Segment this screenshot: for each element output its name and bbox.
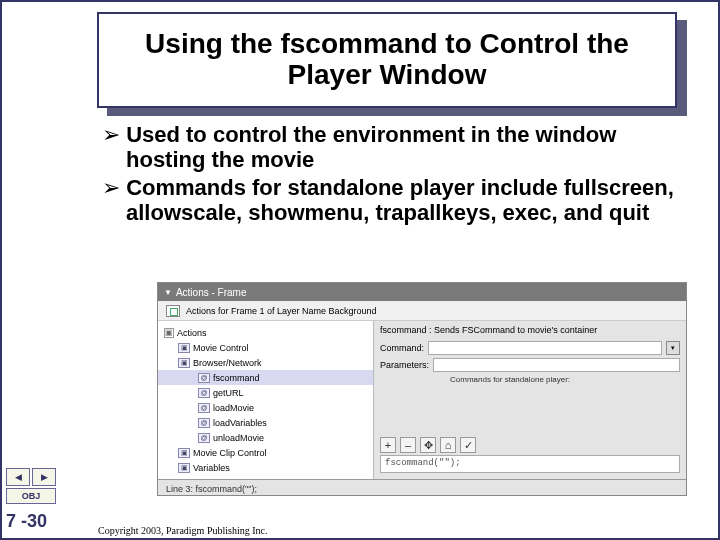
tree-row[interactable]: ▣Movie Control [158, 340, 373, 355]
title-box: Using the fscommand to Control the Playe… [97, 12, 677, 108]
bullet-item: Commands for standalone player include f… [102, 175, 682, 226]
panel-title: Actions - Frame [176, 287, 247, 298]
params-input[interactable] [433, 358, 680, 372]
panel-statusbar: Line 3: fscommand(""); [158, 479, 686, 497]
action-icon: @ [198, 403, 210, 413]
check-icon[interactable]: ✓ [460, 437, 476, 453]
dropdown-icon[interactable]: ▾ [666, 341, 680, 355]
next-button[interactable]: ▶ [32, 468, 56, 486]
params-field-row: Parameters: [380, 358, 680, 372]
tree-row[interactable]: @getURL [158, 385, 373, 400]
book-icon: ▣ [164, 328, 174, 338]
panel-body: ▣Actions ▣Movie Control ▣Browser/Network… [158, 321, 686, 479]
action-icon: @ [198, 433, 210, 443]
slide-title: Using the fscommand to Control the Playe… [99, 25, 675, 95]
command-input[interactable] [428, 341, 662, 355]
folder-icon: ▣ [178, 463, 190, 473]
bullet-list: Used to control the environment in the w… [102, 122, 682, 227]
hint-text: Commands for standalone player: [450, 375, 680, 384]
actions-tree[interactable]: ▣Actions ▣Movie Control ▣Browser/Network… [158, 321, 374, 479]
remove-icon[interactable]: – [400, 437, 416, 453]
target-icon[interactable]: ✥ [420, 437, 436, 453]
add-icon[interactable]: + [380, 437, 396, 453]
subheader-text: Actions for Frame 1 of Layer Name Backgr… [186, 306, 377, 316]
action-icon: @ [198, 418, 210, 428]
tree-row[interactable]: @loadVariables [158, 415, 373, 430]
prev-button[interactable]: ◀ [6, 468, 30, 486]
frame-icon [166, 305, 180, 317]
chevron-down-icon: ▼ [164, 288, 172, 297]
script-toolbar: + – ✥ ⌂ ✓ [380, 437, 476, 453]
tree-row[interactable]: ▣Actions [158, 325, 373, 340]
command-label: Command: [380, 343, 424, 353]
folder-icon: ▣ [178, 358, 190, 368]
panel-subheader: Actions for Frame 1 of Layer Name Backgr… [158, 301, 686, 321]
action-icon: @ [198, 388, 210, 398]
slide-frame: Using the fscommand to Control the Playe… [0, 0, 720, 540]
code-preview: fscommand(""); [380, 455, 680, 473]
tree-row[interactable]: ▣Variables [158, 460, 373, 475]
folder-icon: ▣ [178, 343, 190, 353]
right-pane: fscommand : Sends FSCommand to movie's c… [374, 321, 686, 479]
folder-icon: ▣ [178, 448, 190, 458]
obj-button[interactable]: OBJ [6, 488, 56, 504]
tree-row[interactable]: ▣Browser/Network [158, 355, 373, 370]
bullet-item: Used to control the environment in the w… [102, 122, 682, 173]
slide-nav: ◀ ▶ [6, 468, 56, 486]
action-icon: @ [198, 373, 210, 383]
tree-row[interactable]: @loadMovie [158, 400, 373, 415]
tree-row[interactable]: ▣Movie Clip Control [158, 445, 373, 460]
action-description: fscommand : Sends FSCommand to movie's c… [380, 325, 680, 335]
actions-panel: ▼ Actions - Frame Actions for Frame 1 of… [157, 282, 687, 496]
command-field-row: Command: ▾ [380, 341, 680, 355]
tree-row[interactable]: @unloadMovie [158, 430, 373, 445]
panel-header: ▼ Actions - Frame [158, 283, 686, 301]
tree-row-selected[interactable]: @fscommand [158, 370, 373, 385]
copyright-text: Copyright 2003, Paradigm Publishing Inc. [98, 525, 267, 536]
page-number: 7 -30 [6, 511, 47, 532]
find-icon[interactable]: ⌂ [440, 437, 456, 453]
params-label: Parameters: [380, 360, 429, 370]
